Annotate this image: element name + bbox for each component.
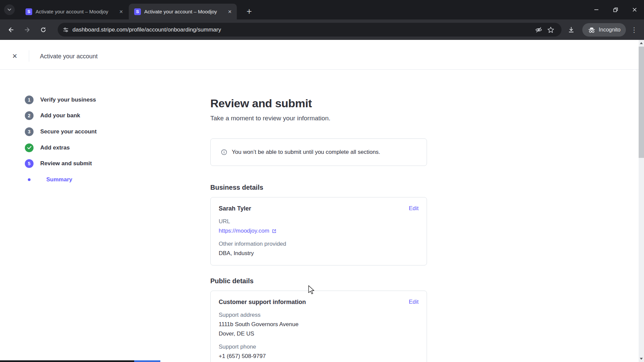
eye-off-icon	[535, 26, 542, 34]
scroll-down-button[interactable]	[639, 356, 644, 362]
stepper-item-secure-account[interactable]: 3 Secure your account	[25, 124, 97, 140]
incognito-label: Incognito	[599, 27, 621, 33]
support-phone-label: Support phone	[219, 343, 419, 351]
stripe-favicon: S	[134, 8, 141, 15]
restore-button[interactable]	[606, 0, 625, 19]
tab-search-button[interactable]	[4, 4, 15, 15]
step-number-badge: 2	[25, 111, 34, 120]
public-details-card: Customer support information Edit Suppor…	[210, 291, 427, 362]
step-number-badge: 5	[25, 159, 34, 168]
back-button[interactable]	[4, 23, 18, 37]
stepper-item-add-extras[interactable]: Add extras	[25, 140, 97, 156]
step-number-badge: 1	[25, 96, 34, 104]
other-info-label: Other information provided	[219, 240, 419, 248]
incomplete-sections-notice: You won’t be able to submit until you co…	[210, 138, 427, 166]
minimize-button[interactable]	[587, 0, 606, 19]
close-onboarding-button[interactable]: ✕	[10, 51, 19, 61]
scroll-up-icon	[640, 42, 643, 44]
back-arrow-icon	[7, 26, 15, 34]
site-info-icon[interactable]	[62, 26, 69, 33]
incognito-icon	[588, 26, 596, 33]
stepper-item-review-submit[interactable]: 5 Review and submit	[25, 156, 97, 172]
scroll-up-button[interactable]	[639, 40, 644, 46]
section-heading-business-details: Business details	[210, 183, 427, 191]
address-bar[interactable]: dashboard.stripe.com/profile/account/onb…	[58, 23, 561, 37]
section-heading-public-details: Public details	[210, 277, 427, 285]
browser-tab-inactive[interactable]: S Activate your account – Moodjoy ✕	[20, 4, 128, 19]
info-icon	[221, 149, 227, 156]
eye-off-button[interactable]	[533, 24, 545, 36]
reload-button[interactable]	[36, 23, 50, 37]
support-address-line1: 1111b South Governors Avenue	[219, 321, 419, 328]
step-label: Verify your business	[40, 97, 96, 103]
external-link-icon	[272, 229, 277, 234]
restore-icon	[612, 6, 619, 13]
downloads-button[interactable]	[564, 23, 578, 37]
tab-strip: S Activate your account – Moodjoy ✕ S Ac…	[0, 0, 644, 19]
card-head: Customer support information Edit	[219, 298, 419, 306]
page-title: Review and submit	[210, 97, 427, 110]
tab-close-icon[interactable]: ✕	[117, 7, 125, 16]
onboarding-stepper: 1 Verify your business 2 Add your bank 3…	[25, 92, 97, 188]
support-address-label: Support address	[219, 311, 419, 319]
new-tab-button[interactable]: +	[244, 6, 255, 17]
card-head: Sarah Tyler Edit	[219, 205, 419, 212]
close-icon	[631, 6, 638, 13]
stripe-favicon: S	[25, 8, 32, 15]
step-complete-badge	[25, 143, 34, 152]
business-details-card: Sarah Tyler Edit URL https://moodjoy.com…	[210, 197, 427, 265]
step-dot-badge	[25, 175, 34, 184]
page-header-title: Activate your account	[40, 53, 98, 60]
business-url-text[interactable]: https://moodjoy.com	[219, 227, 269, 235]
step-label: Add extras	[40, 144, 70, 151]
step-label: Secure your account	[40, 128, 97, 135]
reload-icon	[40, 26, 47, 33]
url-text[interactable]: dashboard.stripe.com/profile/account/onb…	[72, 26, 221, 33]
url-field-label: URL	[219, 218, 419, 225]
step-number-badge: 3	[25, 127, 34, 136]
page-subtitle: Take a moment to review your information…	[210, 114, 427, 122]
support-address-line2: Dover, DE US	[219, 330, 419, 338]
minimize-icon	[593, 6, 600, 13]
check-icon	[27, 146, 32, 149]
tab-title: Activate your account – Moodjoy	[144, 9, 223, 14]
edit-business-details-link[interactable]: Edit	[409, 205, 419, 212]
active-dot-icon	[28, 178, 31, 181]
stepper-item-add-bank[interactable]: 2 Add your bank	[25, 108, 97, 124]
browser-tab-active[interactable]: S Activate your account – Moodjoy ✕	[129, 4, 237, 19]
tab-close-icon[interactable]: ✕	[225, 7, 234, 16]
notice-text: You won’t be able to submit until you co…	[232, 149, 380, 156]
support-phone-value: +1 (657) 508-9797	[219, 353, 419, 360]
step-label: Review and submit	[40, 160, 92, 167]
forward-button[interactable]	[20, 23, 34, 37]
stepper-item-verify-business[interactable]: 1 Verify your business	[25, 92, 97, 108]
download-icon	[568, 26, 575, 34]
star-icon	[547, 26, 554, 34]
incognito-badge[interactable]: Incognito	[582, 23, 626, 37]
page-content: 1 Verify your business 2 Add your bank 3…	[0, 70, 644, 362]
edit-public-details-link[interactable]: Edit	[409, 298, 419, 306]
scrollbar-thumb[interactable]	[639, 47, 644, 158]
window-controls	[587, 0, 644, 19]
close-window-button[interactable]	[625, 0, 644, 19]
bookmark-star-button[interactable]	[545, 24, 557, 36]
other-info-value: DBA, Industry	[219, 250, 419, 257]
review-main-panel: Review and submit Take a moment to revie…	[210, 97, 427, 362]
header-divider	[29, 50, 29, 62]
stepper-item-summary[interactable]: Summary	[25, 172, 97, 188]
taskbar-accent	[134, 360, 160, 362]
browser-toolbar: dashboard.stripe.com/profile/account/onb…	[0, 19, 644, 40]
scroll-down-icon	[640, 358, 643, 360]
step-label: Summary	[46, 176, 72, 183]
card-title: Sarah Tyler	[219, 205, 251, 212]
step-label: Add your bank	[40, 112, 80, 119]
browser-menu-button[interactable]: ⋮	[628, 23, 641, 36]
tab-title: Activate your account – Moodjoy	[36, 9, 115, 14]
page-scrollbar[interactable]	[639, 40, 644, 362]
forward-arrow-icon	[23, 26, 31, 34]
card-title: Customer support information	[219, 298, 306, 306]
business-url-link[interactable]: https://moodjoy.com	[219, 227, 419, 235]
chevron-down-icon	[7, 8, 11, 11]
